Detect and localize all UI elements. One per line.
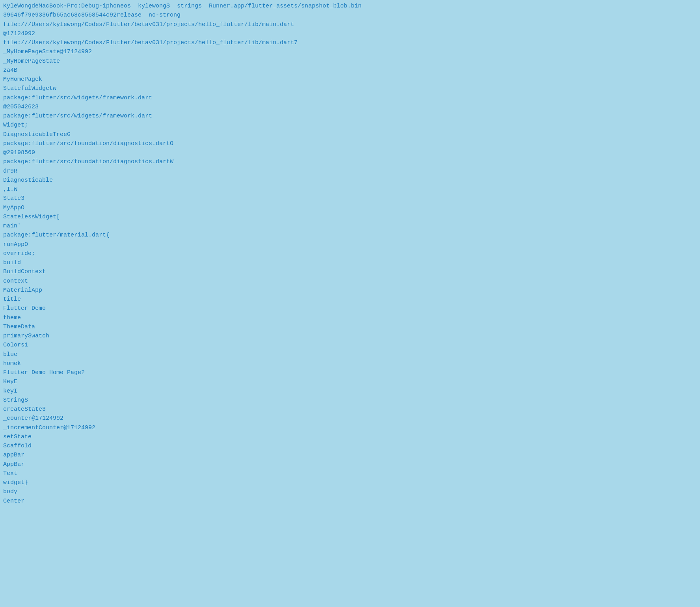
terminal-output: KyleWongdeMacBook-Pro:Debug-iphoneos kyl… xyxy=(0,0,700,607)
terminal-line: _counter@17124992 xyxy=(3,414,697,423)
terminal-line: _MyHomePageState@17124992 xyxy=(3,47,697,56)
terminal-line: Flutter Demo Home Page? xyxy=(3,368,697,377)
terminal-line: dr9R xyxy=(3,167,697,176)
terminal-line: KyleWongdeMacBook-Pro:Debug-iphoneos kyl… xyxy=(3,2,697,11)
terminal-line: Widget; xyxy=(3,121,697,130)
terminal-line: main' xyxy=(3,222,697,231)
terminal-line: StatefulWidgetw xyxy=(3,84,697,93)
terminal-line: widget} xyxy=(3,478,697,487)
terminal-line: runAppO xyxy=(3,240,697,249)
terminal-line: title xyxy=(3,295,697,304)
terminal-line: body xyxy=(3,487,697,496)
terminal-line: KeyE xyxy=(3,377,697,386)
terminal-line: MaterialApp xyxy=(3,286,697,295)
terminal-line: file:///Users/kylewong/Codes/Flutter/bet… xyxy=(3,38,697,47)
terminal-line: appBar xyxy=(3,451,697,460)
terminal-line: AppBar xyxy=(3,460,697,469)
terminal-line: createState3 xyxy=(3,405,697,414)
terminal-line: package:flutter/material.dart{ xyxy=(3,231,697,240)
terminal-line: StringS xyxy=(3,396,697,405)
terminal-line: BuildContext xyxy=(3,267,697,276)
terminal-line: Scaffold xyxy=(3,441,697,451)
terminal-line: @205042623 xyxy=(3,102,697,112)
terminal-line: DiagnosticableTreeG xyxy=(3,130,697,139)
terminal-line: za4B xyxy=(3,66,697,75)
terminal-line: MyAppO xyxy=(3,203,697,212)
terminal-line: Colors1 xyxy=(3,341,697,350)
terminal-line: primarySwatch xyxy=(3,331,697,341)
terminal-line: @17124992 xyxy=(3,29,697,38)
terminal-line: package:flutter/src/foundation/diagnosti… xyxy=(3,139,697,148)
terminal-line: 39646f79e9336fb65ac68c8568544c92release … xyxy=(3,11,697,20)
terminal-line: Flutter Demo xyxy=(3,304,697,313)
terminal-line: setState xyxy=(3,432,697,441)
terminal-line: StatelessWidget[ xyxy=(3,212,697,222)
terminal-line: State3 xyxy=(3,194,697,203)
terminal-line: ,I.W xyxy=(3,185,697,194)
terminal-line: Diagnosticable xyxy=(3,176,697,185)
terminal-line: override; xyxy=(3,249,697,258)
terminal-line: Center xyxy=(3,497,697,506)
terminal-line: file:///Users/kylewong/Codes/Flutter/bet… xyxy=(3,20,697,29)
terminal-line: Text xyxy=(3,469,697,478)
terminal-line: build xyxy=(3,258,697,267)
terminal-line: homek xyxy=(3,359,697,368)
terminal-line: @29198569 xyxy=(3,148,697,157)
terminal-line: blue xyxy=(3,350,697,359)
terminal-line: package:flutter/src/widgets/framework.da… xyxy=(3,93,697,102)
terminal-line: _MyHomePageState xyxy=(3,57,697,66)
terminal-line: context xyxy=(3,277,697,286)
terminal-line: MyHomePagek xyxy=(3,75,697,84)
terminal-line: package:flutter/src/widgets/framework.da… xyxy=(3,112,697,121)
terminal-line: theme xyxy=(3,313,697,322)
terminal-line: ThemeData xyxy=(3,322,697,331)
terminal-line: package:flutter/src/foundation/diagnosti… xyxy=(3,157,697,166)
terminal-line: _incrementCounter@17124992 xyxy=(3,423,697,432)
terminal-line: keyI xyxy=(3,387,697,396)
